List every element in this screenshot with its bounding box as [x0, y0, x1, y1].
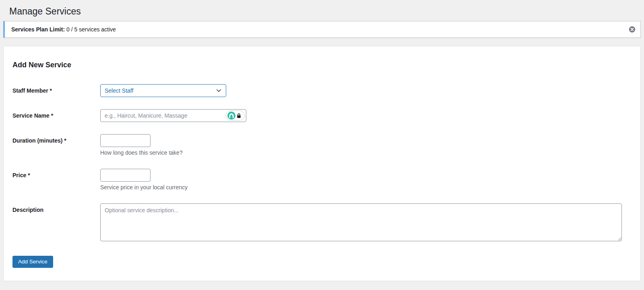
description-row: Description	[12, 203, 622, 241]
password-manager-icon	[227, 112, 235, 120]
price-label: Price *	[12, 169, 100, 182]
service-name-input[interactable]	[100, 109, 246, 122]
duration-label: Duration (minutes) *	[12, 134, 100, 147]
add-service-button[interactable]: Add Service	[12, 256, 53, 268]
form-heading: Add New Service	[12, 60, 622, 70]
notice-label: Services Plan Limit:	[11, 26, 65, 33]
notice-text: 0 / 5 services active	[65, 26, 116, 33]
padlock-icon	[236, 113, 242, 118]
staff-member-label: Staff Member *	[12, 84, 100, 97]
page-title: Manage Services	[9, 3, 641, 21]
add-service-card: Add New Service Staff Member * Select St…	[3, 46, 641, 281]
description-label: Description	[12, 203, 100, 216]
price-help-text: Service price in your local currency	[100, 184, 622, 191]
staff-member-select[interactable]: Select Staff	[100, 84, 226, 97]
circle-x-icon	[629, 28, 636, 34]
page: Manage Services Services Plan Limit: 0 /…	[0, 0, 644, 281]
password-manager-badge[interactable]	[226, 110, 245, 121]
description-textarea[interactable]	[100, 203, 622, 241]
price-row: Price * Service price in your local curr…	[12, 169, 622, 191]
duration-input[interactable]	[100, 134, 151, 147]
staff-member-row: Staff Member * Select Staff	[12, 84, 622, 97]
price-input[interactable]	[100, 169, 151, 182]
service-name-row: Service Name *	[12, 109, 622, 122]
service-name-label: Service Name *	[12, 109, 100, 122]
plan-limit-notice: Services Plan Limit: 0 / 5 services acti…	[3, 21, 641, 38]
notice-dismiss-button[interactable]	[628, 25, 636, 34]
duration-help-text: How long does this service take?	[100, 149, 622, 157]
duration-row: Duration (minutes) * How long does this …	[12, 134, 622, 157]
